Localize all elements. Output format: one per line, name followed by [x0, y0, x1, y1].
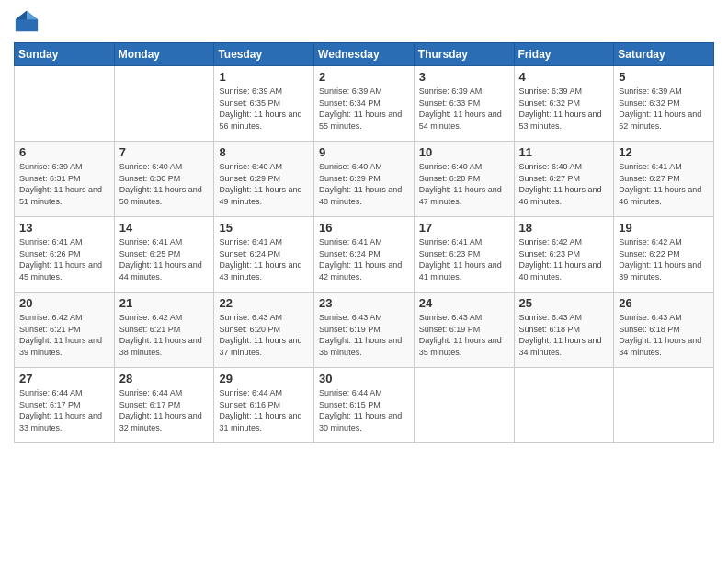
- day-info: Sunrise: 6:42 AM Sunset: 6:21 PM Dayligh…: [119, 312, 210, 358]
- day-info: Sunrise: 6:39 AM Sunset: 6:35 PM Dayligh…: [219, 86, 309, 132]
- day-number: 18: [519, 221, 609, 235]
- day-number: 26: [619, 296, 709, 310]
- day-number: 22: [219, 296, 309, 310]
- calendar-cell: 19Sunrise: 6:42 AM Sunset: 6:22 PM Dayli…: [614, 217, 714, 293]
- day-info: Sunrise: 6:41 AM Sunset: 6:24 PM Dayligh…: [219, 236, 309, 282]
- calendar-cell: [414, 368, 514, 443]
- logo: [14, 9, 43, 35]
- day-number: 24: [419, 296, 509, 310]
- day-info: Sunrise: 6:43 AM Sunset: 6:18 PM Dayligh…: [519, 312, 609, 358]
- day-number: 27: [19, 372, 109, 385]
- day-info: Sunrise: 6:44 AM Sunset: 6:16 PM Dayligh…: [219, 387, 309, 433]
- day-number: 12: [619, 145, 709, 159]
- day-info: Sunrise: 6:42 AM Sunset: 6:23 PM Dayligh…: [519, 236, 609, 282]
- calendar-cell: [514, 368, 614, 443]
- day-number: 30: [319, 372, 409, 385]
- day-info: Sunrise: 6:41 AM Sunset: 6:26 PM Dayligh…: [19, 236, 109, 282]
- day-info: Sunrise: 6:40 AM Sunset: 6:30 PM Dayligh…: [119, 161, 210, 207]
- week-row-1: 1Sunrise: 6:39 AM Sunset: 6:35 PM Daylig…: [15, 66, 714, 142]
- day-info: Sunrise: 6:40 AM Sunset: 6:29 PM Dayligh…: [219, 161, 309, 207]
- day-info: Sunrise: 6:41 AM Sunset: 6:24 PM Dayligh…: [319, 236, 409, 282]
- calendar-cell: 26Sunrise: 6:43 AM Sunset: 6:18 PM Dayli…: [614, 293, 714, 368]
- calendar-cell: 27Sunrise: 6:44 AM Sunset: 6:17 PM Dayli…: [15, 368, 115, 443]
- calendar: SundayMondayTuesdayWednesdayThursdayFrid…: [14, 42, 714, 443]
- day-number: 19: [619, 221, 709, 235]
- calendar-cell: 1Sunrise: 6:39 AM Sunset: 6:35 PM Daylig…: [214, 66, 314, 142]
- day-number: 4: [519, 70, 609, 84]
- day-info: Sunrise: 6:43 AM Sunset: 6:19 PM Dayligh…: [419, 312, 509, 358]
- calendar-cell: 7Sunrise: 6:40 AM Sunset: 6:30 PM Daylig…: [114, 142, 214, 217]
- calendar-cell: 24Sunrise: 6:43 AM Sunset: 6:19 PM Dayli…: [414, 293, 514, 368]
- day-info: Sunrise: 6:44 AM Sunset: 6:17 PM Dayligh…: [119, 387, 210, 433]
- day-info: Sunrise: 6:40 AM Sunset: 6:29 PM Dayligh…: [319, 161, 409, 207]
- day-info: Sunrise: 6:41 AM Sunset: 6:23 PM Dayligh…: [419, 236, 509, 282]
- calendar-cell: [114, 66, 214, 142]
- header: [14, 9, 714, 35]
- day-number: 9: [319, 145, 409, 159]
- calendar-cell: 16Sunrise: 6:41 AM Sunset: 6:24 PM Dayli…: [314, 217, 415, 293]
- calendar-cell: 14Sunrise: 6:41 AM Sunset: 6:25 PM Dayli…: [114, 217, 214, 293]
- day-number: 16: [319, 221, 409, 235]
- calendar-cell: 18Sunrise: 6:42 AM Sunset: 6:23 PM Dayli…: [514, 217, 614, 293]
- day-number: 1: [219, 70, 309, 84]
- calendar-cell: 3Sunrise: 6:39 AM Sunset: 6:33 PM Daylig…: [414, 66, 514, 142]
- logo-icon: [14, 9, 40, 35]
- weekday-header-sunday: Sunday: [15, 43, 115, 66]
- day-info: Sunrise: 6:40 AM Sunset: 6:28 PM Dayligh…: [419, 161, 509, 207]
- page: SundayMondayTuesdayWednesdayThursdayFrid…: [0, 0, 728, 563]
- day-number: 20: [19, 296, 109, 310]
- day-info: Sunrise: 6:42 AM Sunset: 6:22 PM Dayligh…: [619, 236, 709, 282]
- day-number: 14: [119, 221, 210, 235]
- calendar-cell: 23Sunrise: 6:43 AM Sunset: 6:19 PM Dayli…: [314, 293, 415, 368]
- week-row-2: 6Sunrise: 6:39 AM Sunset: 6:31 PM Daylig…: [15, 142, 714, 217]
- calendar-cell: 12Sunrise: 6:41 AM Sunset: 6:27 PM Dayli…: [614, 142, 714, 217]
- day-info: Sunrise: 6:43 AM Sunset: 6:20 PM Dayligh…: [219, 312, 309, 358]
- day-number: 2: [319, 70, 409, 84]
- week-row-4: 20Sunrise: 6:42 AM Sunset: 6:21 PM Dayli…: [15, 293, 714, 368]
- day-number: 28: [119, 372, 210, 385]
- day-number: 15: [219, 221, 309, 235]
- weekday-header-row: SundayMondayTuesdayWednesdayThursdayFrid…: [15, 43, 714, 66]
- weekday-header-thursday: Thursday: [414, 43, 514, 66]
- calendar-cell: 15Sunrise: 6:41 AM Sunset: 6:24 PM Dayli…: [214, 217, 314, 293]
- calendar-cell: 28Sunrise: 6:44 AM Sunset: 6:17 PM Dayli…: [114, 368, 214, 443]
- day-number: 29: [219, 372, 309, 385]
- calendar-cell: 4Sunrise: 6:39 AM Sunset: 6:32 PM Daylig…: [514, 66, 614, 142]
- calendar-cell: 6Sunrise: 6:39 AM Sunset: 6:31 PM Daylig…: [15, 142, 115, 217]
- weekday-header-saturday: Saturday: [614, 43, 714, 66]
- day-number: 21: [119, 296, 210, 310]
- day-number: 17: [419, 221, 509, 235]
- day-info: Sunrise: 6:39 AM Sunset: 6:31 PM Dayligh…: [19, 161, 109, 207]
- day-info: Sunrise: 6:39 AM Sunset: 6:32 PM Dayligh…: [619, 86, 709, 132]
- day-number: 8: [219, 145, 309, 159]
- day-number: 13: [19, 221, 109, 235]
- day-number: 10: [419, 145, 509, 159]
- calendar-cell: 25Sunrise: 6:43 AM Sunset: 6:18 PM Dayli…: [514, 293, 614, 368]
- day-number: 11: [519, 145, 609, 159]
- calendar-cell: [15, 66, 115, 142]
- day-number: 23: [319, 296, 409, 310]
- calendar-cell: 10Sunrise: 6:40 AM Sunset: 6:28 PM Dayli…: [414, 142, 514, 217]
- weekday-header-wednesday: Wednesday: [314, 43, 415, 66]
- day-info: Sunrise: 6:41 AM Sunset: 6:27 PM Dayligh…: [619, 161, 709, 207]
- day-info: Sunrise: 6:43 AM Sunset: 6:19 PM Dayligh…: [319, 312, 409, 358]
- weekday-header-monday: Monday: [114, 43, 214, 66]
- calendar-cell: 5Sunrise: 6:39 AM Sunset: 6:32 PM Daylig…: [614, 66, 714, 142]
- day-number: 25: [519, 296, 609, 310]
- day-number: 7: [119, 145, 210, 159]
- week-row-5: 27Sunrise: 6:44 AM Sunset: 6:17 PM Dayli…: [15, 368, 714, 443]
- weekday-header-friday: Friday: [514, 43, 614, 66]
- day-info: Sunrise: 6:42 AM Sunset: 6:21 PM Dayligh…: [19, 312, 109, 358]
- day-number: 6: [19, 145, 109, 159]
- day-number: 3: [419, 70, 509, 84]
- calendar-cell: 20Sunrise: 6:42 AM Sunset: 6:21 PM Dayli…: [15, 293, 115, 368]
- day-number: 5: [619, 70, 709, 84]
- day-info: Sunrise: 6:40 AM Sunset: 6:27 PM Dayligh…: [519, 161, 609, 207]
- calendar-cell: 17Sunrise: 6:41 AM Sunset: 6:23 PM Dayli…: [414, 217, 514, 293]
- calendar-cell: 9Sunrise: 6:40 AM Sunset: 6:29 PM Daylig…: [314, 142, 415, 217]
- calendar-cell: 8Sunrise: 6:40 AM Sunset: 6:29 PM Daylig…: [214, 142, 314, 217]
- calendar-cell: 21Sunrise: 6:42 AM Sunset: 6:21 PM Dayli…: [114, 293, 214, 368]
- day-info: Sunrise: 6:41 AM Sunset: 6:25 PM Dayligh…: [119, 236, 210, 282]
- calendar-cell: 2Sunrise: 6:39 AM Sunset: 6:34 PM Daylig…: [314, 66, 415, 142]
- day-info: Sunrise: 6:44 AM Sunset: 6:17 PM Dayligh…: [19, 387, 109, 433]
